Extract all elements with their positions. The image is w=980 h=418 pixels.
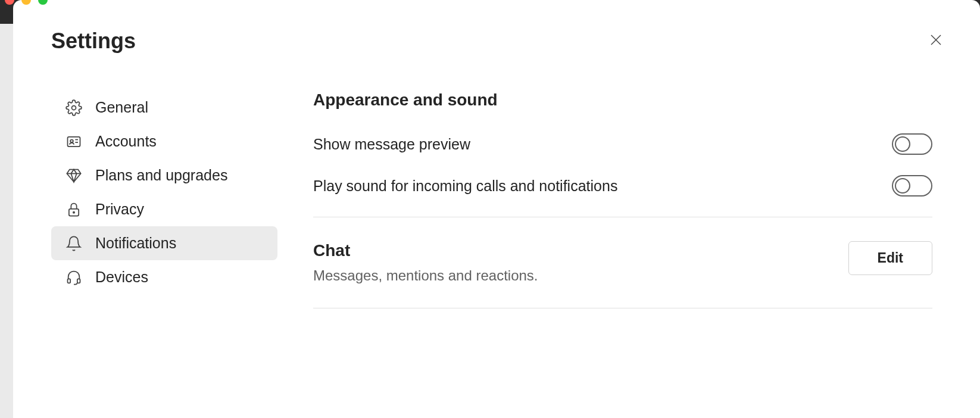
settings-content: Appearance and sound Show message previe… xyxy=(313,91,944,332)
close-window-button[interactable] xyxy=(5,0,14,5)
close-button[interactable] xyxy=(928,32,944,49)
close-icon xyxy=(929,33,943,49)
sidebar-item-privacy[interactable]: Privacy xyxy=(51,192,277,226)
sidebar-item-general[interactable]: General xyxy=(51,91,277,124)
chat-text-group: Chat Messages, mentions and reactions. xyxy=(313,241,538,284)
toggle-show-preview[interactable] xyxy=(892,133,932,155)
sidebar-item-label: General xyxy=(95,99,148,116)
sidebar-item-plans[interactable]: Plans and upgrades xyxy=(51,158,277,192)
diamond-icon xyxy=(65,167,82,184)
svg-rect-3 xyxy=(68,136,80,146)
id-card-icon xyxy=(65,133,82,150)
toggle-play-sound[interactable] xyxy=(892,175,932,196)
lock-icon xyxy=(65,201,82,218)
window-traffic-lights xyxy=(0,0,52,5)
sidebar-item-label: Privacy xyxy=(95,201,144,218)
setting-label: Show message preview xyxy=(313,136,470,153)
edit-chat-button[interactable]: Edit xyxy=(848,241,932,275)
bell-icon xyxy=(65,235,82,252)
section-appearance-title: Appearance and sound xyxy=(313,91,932,110)
maximize-window-button[interactable] xyxy=(38,0,48,5)
settings-modal: Settings General xyxy=(13,0,980,418)
minimize-window-button[interactable] xyxy=(21,0,31,5)
toggle-knob xyxy=(895,136,910,152)
sidebar-item-label: Plans and upgrades xyxy=(95,167,227,184)
sidebar-item-label: Devices xyxy=(95,269,148,286)
sidebar-item-label: Accounts xyxy=(95,133,157,150)
headset-icon xyxy=(65,269,82,286)
page-title: Settings xyxy=(51,29,944,54)
background-app-strip xyxy=(0,24,13,418)
svg-point-8 xyxy=(73,211,74,213)
setting-play-sound: Play sound for incoming calls and notifi… xyxy=(313,175,932,196)
svg-rect-9 xyxy=(68,279,71,283)
gear-icon xyxy=(65,99,82,116)
setting-label: Play sound for incoming calls and notifi… xyxy=(313,177,617,195)
modal-header: Settings xyxy=(51,29,944,54)
section-chat-title: Chat xyxy=(313,241,538,260)
divider xyxy=(313,308,932,308)
section-chat: Chat Messages, mentions and reactions. E… xyxy=(313,241,932,284)
settings-sidebar: General Accounts xyxy=(51,91,277,332)
svg-point-4 xyxy=(70,139,73,142)
divider xyxy=(313,217,932,217)
svg-rect-10 xyxy=(77,279,80,283)
modal-body: General Accounts xyxy=(51,91,944,332)
section-chat-description: Messages, mentions and reactions. xyxy=(313,267,538,284)
sidebar-item-accounts[interactable]: Accounts xyxy=(51,124,277,158)
svg-point-2 xyxy=(72,105,76,110)
setting-show-preview: Show message preview xyxy=(313,133,932,155)
svg-rect-7 xyxy=(69,208,79,216)
sidebar-item-notifications[interactable]: Notifications xyxy=(51,226,277,260)
toggle-knob xyxy=(895,178,910,194)
sidebar-item-devices[interactable]: Devices xyxy=(51,260,277,294)
sidebar-item-label: Notifications xyxy=(95,235,176,252)
